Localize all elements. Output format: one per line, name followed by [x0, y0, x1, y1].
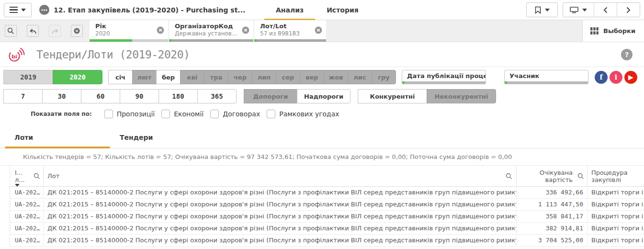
search-icon[interactable] — [34, 173, 40, 180]
column-header-expected-value[interactable]: Очікувана вартість — [517, 166, 588, 186]
cell-tender-id[interactable]: UA-202... — [10, 211, 44, 222]
month-filter-button[interactable]: сер — [276, 70, 300, 84]
threshold-filter-button[interactable]: Надпороги — [297, 89, 350, 103]
period-filter-button[interactable]: 30 — [42, 89, 81, 103]
competitive-filter-button[interactable]: Неконкурентні — [427, 89, 496, 103]
checkbox-unchecked-icon[interactable] — [104, 110, 113, 118]
column-header-id[interactable]: І... л... — [10, 166, 44, 186]
period-filter-button[interactable]: 60 — [81, 89, 120, 103]
cell-expected-value[interactable]: 382 914,81 — [517, 223, 588, 234]
cell-procedure[interactable]: Відкриті торги і... — [588, 187, 644, 198]
month-filter-button[interactable]: кві — [180, 70, 204, 84]
cell-tender-id[interactable]: UA-202... — [10, 235, 44, 246]
table-row[interactable]: UA-202... ДК 021:2015 – 85140000-2 Послу… — [10, 235, 644, 247]
topbar-controls — [526, 2, 640, 17]
checkbox-unchecked-icon[interactable] — [210, 110, 219, 118]
field-checkbox[interactable]: Пропозиції — [104, 110, 155, 118]
cell-expected-value[interactable]: 3 704 525,00 — [517, 235, 588, 246]
content-tab[interactable]: Тендери — [110, 127, 215, 148]
cell-lot-description[interactable]: ДК 021:2015 – 85140000-2 Послуги у сфері… — [44, 223, 517, 234]
selections-tool-button[interactable]: Выборки — [582, 20, 644, 42]
help-icon[interactable]: ? — [621, 49, 633, 60]
social-icon[interactable]: i — [610, 71, 622, 84]
table-row[interactable]: UA-202... ДК 021:2015 – 85140000-2 Послу… — [10, 223, 644, 235]
month-filter-button[interactable]: лип — [252, 70, 276, 84]
competitive-filter-button[interactable]: Конкурентні — [358, 89, 427, 103]
month-filter-button[interactable]: січ — [108, 70, 133, 84]
content-tab[interactable]: Лоти — [5, 127, 110, 148]
field-checkbox[interactable]: Договорах — [210, 110, 260, 118]
field-checkbox[interactable]: Економії — [161, 110, 203, 118]
cell-lot-description[interactable]: ДК 021:2015 – 85140000-2 Послуги у сфері… — [44, 199, 517, 210]
field-checkbox[interactable]: Рамкових угодах — [267, 110, 339, 118]
selection-chip[interactable]: Рік 2020 — [90, 20, 168, 42]
hamburger-icon — [10, 7, 18, 13]
cell-lot-description[interactable]: ДК 021:2015 – 85140000-2 Послуги у сфері… — [44, 187, 517, 198]
period-filter-button[interactable]: 7 — [3, 89, 43, 103]
selection-chip[interactable]: ОрганізаторКод Державна установа ... — [169, 20, 253, 42]
period-filter-button[interactable]: 180 — [158, 89, 198, 103]
cell-tender-id[interactable]: UA-202... — [10, 187, 44, 198]
listbox-selection-bar — [402, 81, 486, 84]
cell-lot-description[interactable]: ДК 021:2015 – 85140000-2 Послуги у сфері… — [44, 211, 517, 222]
month-filter-button[interactable]: вер — [300, 70, 324, 84]
cell-procedure[interactable]: Відкриті торги і... — [588, 211, 644, 222]
qlik-dashboard: 12. Етап закупівель (2019-2020) - Purcha… — [0, 0, 644, 249]
search-icon[interactable] — [577, 173, 584, 180]
next-sheet-button[interactable] — [617, 3, 640, 17]
smart-search-button[interactable] — [5, 25, 17, 37]
selections-forward-button[interactable] — [49, 25, 61, 37]
chip-close-icon[interactable] — [242, 26, 249, 34]
month-filter-button[interactable]: чер — [228, 70, 252, 84]
column-header-lot[interactable]: Лот — [44, 166, 517, 186]
chevron-down-icon — [582, 9, 587, 11]
month-filter-button[interactable]: гру — [372, 70, 396, 84]
publication-date-filter[interactable]: Дата публікації проце... — [402, 70, 486, 84]
month-filter-button[interactable]: лют — [132, 70, 157, 84]
period-filter-button[interactable]: 90 — [120, 89, 159, 103]
month-filter-button[interactable]: лис — [348, 70, 372, 84]
cell-tender-id[interactable]: UA-202... — [10, 199, 44, 210]
sheet-title-bar: bi Тендери/Лоти (2019-2020) ? — [0, 42, 644, 67]
month-filter-button[interactable]: бер — [156, 70, 181, 84]
cell-procedure[interactable]: Відкриті торги і... — [588, 235, 644, 246]
cell-tender-id[interactable]: UA-202... — [10, 223, 44, 234]
table-row[interactable]: UA-202... ДК 021:2015 – 85140000-2 Послу… — [10, 187, 644, 199]
search-icon[interactable] — [506, 173, 512, 180]
cell-expected-value[interactable]: 358 841,17 — [517, 211, 588, 222]
selections-back-button[interactable] — [27, 25, 39, 37]
checkbox-unchecked-icon[interactable] — [161, 110, 170, 118]
global-menu-button[interactable] — [4, 3, 32, 17]
social-icon[interactable]: f — [595, 71, 608, 84]
year-filter-button[interactable]: 2019 — [3, 70, 53, 84]
chip-close-icon[interactable] — [157, 26, 164, 34]
month-filter-button[interactable]: тра — [204, 70, 228, 84]
table-body: UA-202... ДК 021:2015 – 85140000-2 Послу… — [10, 187, 644, 247]
year-filter-button[interactable]: 2020 — [53, 70, 102, 84]
social-icon[interactable]: ▶ — [624, 71, 637, 84]
checkbox-unchecked-icon[interactable] — [267, 110, 275, 118]
topbar-tab[interactable]: Анализ — [264, 0, 315, 20]
cell-expected-value[interactable]: 1 113 447,50 — [517, 199, 588, 210]
threshold-filter-button[interactable]: Допороги — [244, 89, 297, 103]
topbar-tab[interactable]: История — [315, 0, 370, 20]
content-area: Лоти Тендери Кількість тендерів = 57; Кі… — [0, 127, 644, 247]
bookmarks-button[interactable] — [526, 2, 558, 17]
app-options-icon[interactable] — [39, 5, 49, 15]
selection-chip[interactable]: Лот/Lot 57 из 898183 — [254, 20, 326, 42]
cell-expected-value[interactable]: 336 492,66 — [517, 187, 588, 198]
table-row[interactable]: UA-202... ДК 021:2015 – 85140000-2 Послу… — [10, 199, 644, 211]
cell-procedure[interactable]: Відкриті торги і... — [588, 223, 644, 234]
cell-procedure[interactable]: Відкриті торги і... — [588, 199, 644, 210]
sheets-button[interactable] — [563, 3, 594, 17]
column-header-procedure[interactable]: Процедура закупівлі — [588, 166, 644, 186]
participant-filter[interactable]: Учасник — [504, 70, 588, 84]
previous-sheet-button[interactable] — [594, 3, 617, 17]
table-header: І... л... Лот Очікувана вартість — [10, 166, 644, 187]
table-row[interactable]: UA-202... ДК 021:2015 – 85140000-2 Послу… — [10, 211, 644, 223]
clear-selections-button[interactable] — [71, 25, 83, 37]
chip-close-icon[interactable] — [315, 26, 322, 34]
month-filter-button[interactable]: жов — [324, 70, 348, 84]
cell-lot-description[interactable]: ДК 021:2015 – 85140000-2 Послуги у сфері… — [44, 235, 517, 246]
period-filter-button[interactable]: 365 — [197, 89, 237, 103]
